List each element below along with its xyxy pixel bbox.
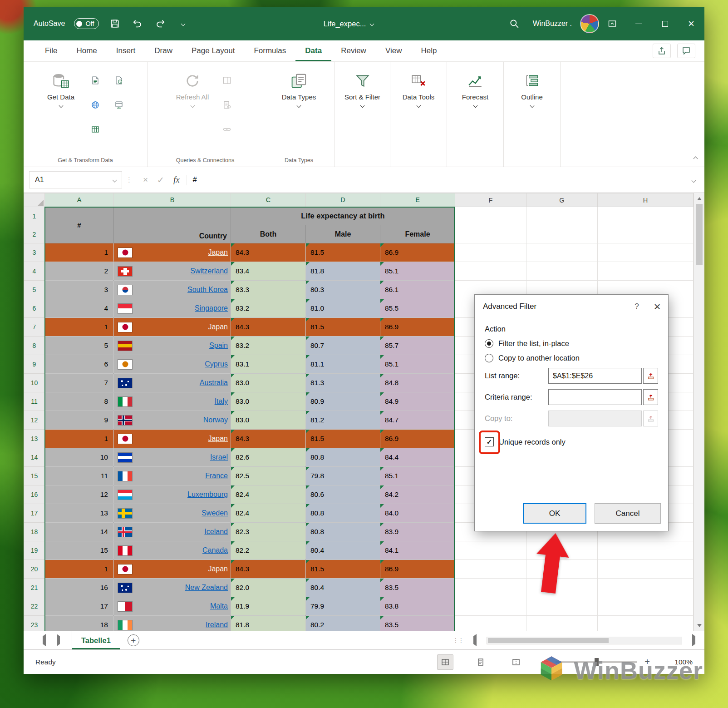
country-link[interactable]: Japan	[208, 435, 228, 443]
cell-male[interactable]: 81.1	[306, 355, 380, 374]
cell-female[interactable]: 84.1	[380, 541, 455, 560]
cell-male[interactable]: 80.8	[306, 523, 380, 541]
data-types-button[interactable]: Data Types	[275, 66, 323, 153]
empty-cell[interactable]	[526, 597, 598, 616]
empty-cell[interactable]	[455, 207, 526, 225]
cell-male[interactable]: 80.7	[306, 337, 380, 355]
row-header-1[interactable]: 1	[24, 207, 45, 225]
from-table-range-button[interactable]	[84, 117, 107, 142]
cell-rank[interactable]: 11	[45, 467, 114, 485]
cell-both[interactable]: 82.4	[231, 485, 306, 504]
formula-input[interactable]: #	[187, 176, 689, 184]
cell-rank[interactable]: 1	[45, 430, 114, 448]
cell-rank[interactable]: 2	[45, 262, 114, 281]
ribbon-display-options-button[interactable]	[599, 7, 625, 40]
undo-button[interactable]	[131, 17, 144, 30]
cell-country[interactable]: Italy	[114, 392, 231, 411]
forecast-button[interactable]: Forecast	[452, 66, 499, 107]
row-header-11[interactable]: 11	[24, 392, 45, 411]
header-cell-both[interactable]: Both	[231, 225, 306, 243]
row-header-7[interactable]: 7	[24, 318, 45, 337]
tab-help[interactable]: Help	[411, 40, 446, 61]
country-link[interactable]: Italy	[215, 397, 228, 406]
cell-female[interactable]: 85.1	[380, 467, 455, 485]
cell-female[interactable]: 84.2	[380, 485, 455, 504]
cell-male[interactable]: 81.2	[306, 411, 380, 430]
country-link[interactable]: Luxembourg	[187, 490, 228, 499]
cell-both[interactable]: 83.2	[231, 337, 306, 355]
horizontal-scroll-thumb[interactable]	[488, 638, 609, 643]
row-header-13[interactable]: 13	[24, 430, 45, 448]
cancel-entry-button[interactable]: ×	[143, 175, 148, 185]
share-button[interactable]	[653, 44, 671, 58]
cell-both[interactable]: 81.9	[231, 597, 306, 616]
page-layout-view-button[interactable]	[472, 654, 489, 670]
criteria-range-collapse-button[interactable]	[643, 389, 658, 405]
cell-both[interactable]: 81.8	[231, 616, 306, 631]
cell-both[interactable]: 82.5	[231, 467, 306, 485]
cell-country[interactable]: Japan	[114, 560, 231, 579]
country-link[interactable]: Ireland	[206, 621, 228, 629]
empty-cell[interactable]	[455, 560, 526, 579]
country-link[interactable]: Norway	[203, 416, 228, 424]
cell-female[interactable]: 84.4	[380, 448, 455, 467]
empty-cell[interactable]	[598, 616, 694, 631]
row-header-20[interactable]: 20	[24, 560, 45, 579]
cell-female[interactable]: 85.1	[380, 355, 455, 374]
scroll-down-arrow[interactable]	[696, 622, 703, 629]
cell-both[interactable]: 82.6	[231, 448, 306, 467]
existing-connections-button[interactable]	[107, 93, 131, 117]
empty-cell[interactable]	[598, 207, 694, 225]
cell-both[interactable]: 82.2	[231, 541, 306, 560]
cell-both[interactable]: 82.3	[231, 523, 306, 541]
cell-male[interactable]: 81.0	[306, 299, 380, 318]
row-header-18[interactable]: 18	[24, 523, 45, 541]
country-link[interactable]: Malta	[210, 602, 228, 610]
cell-both[interactable]: 83.1	[231, 355, 306, 374]
cell-male[interactable]: 81.5	[306, 430, 380, 448]
header-cell-number[interactable]: #	[45, 207, 114, 243]
cell-female[interactable]: 85.1	[380, 262, 455, 281]
insert-function-button[interactable]: fx	[173, 175, 180, 185]
row-header-19[interactable]: 19	[24, 541, 45, 560]
tab-review[interactable]: Review	[331, 40, 376, 61]
cell-rank[interactable]: 5	[45, 337, 114, 355]
data-tools-button[interactable]: Data Tools	[395, 66, 442, 107]
cell-country[interactable]: Japan	[114, 430, 231, 448]
empty-cell[interactable]	[455, 541, 526, 560]
cell-country[interactable]: Norway	[114, 411, 231, 430]
country-link[interactable]: Australia	[200, 379, 228, 387]
autosave-toggle[interactable]: Off	[74, 18, 99, 29]
expand-formula-bar-button[interactable]	[689, 176, 699, 184]
cell-male[interactable]: 81.3	[306, 374, 380, 392]
row-header-9[interactable]: 9	[24, 355, 45, 374]
column-header-h[interactable]: H	[598, 193, 694, 207]
cell-rank[interactable]: 8	[45, 392, 114, 411]
dialog-titlebar[interactable]: Advanced Filter ? ×	[475, 295, 668, 318]
tab-file[interactable]: File	[35, 40, 67, 61]
header-cell-male[interactable]: Male	[306, 225, 380, 243]
cell-female[interactable]: 83.9	[380, 523, 455, 541]
cell-rank[interactable]: 1	[45, 560, 114, 579]
tab-draw[interactable]: Draw	[145, 40, 182, 61]
cell-rank[interactable]: 13	[45, 504, 114, 523]
add-sheet-button[interactable]: +	[128, 634, 139, 646]
cell-both[interactable]: 84.3	[231, 430, 306, 448]
vertical-scroll-thumb[interactable]	[696, 204, 703, 265]
redo-button[interactable]	[153, 17, 167, 30]
cell-country[interactable]: Israel	[114, 448, 231, 467]
cell-both[interactable]: 83.0	[231, 392, 306, 411]
outline-button[interactable]: Outline	[508, 66, 556, 107]
column-header-a[interactable]: A	[45, 193, 114, 207]
cell-both[interactable]: 83.2	[231, 299, 306, 318]
country-link[interactable]: Iceland	[204, 528, 228, 536]
cell-male[interactable]: 79.9	[306, 597, 380, 616]
cell-both[interactable]: 83.4	[231, 262, 306, 281]
collapse-ribbon-button[interactable]	[694, 154, 697, 162]
row-header-12[interactable]: 12	[24, 411, 45, 430]
cell-female[interactable]: 86.1	[380, 281, 455, 299]
column-header-d[interactable]: D	[306, 193, 380, 207]
properties-button[interactable]	[215, 93, 239, 117]
comments-button[interactable]	[677, 44, 695, 58]
header-cell-female[interactable]: Female	[380, 225, 455, 243]
